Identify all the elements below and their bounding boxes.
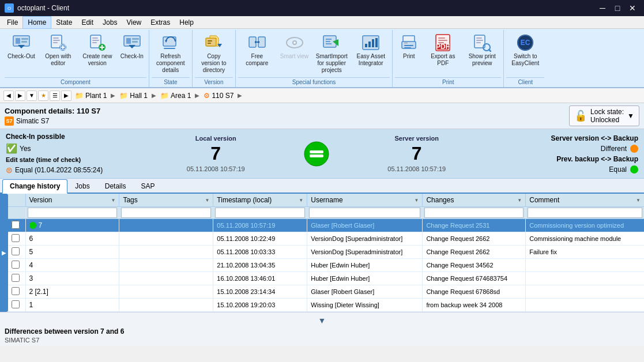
ribbon-buttons-print: Print PDF Export as PDF Show print previ… [395, 30, 501, 77]
svg-rect-60 [438, 37, 445, 39]
row-checkbox[interactable] [12, 287, 20, 295]
svg-rect-15 [92, 37, 98, 39]
minimize-button[interactable]: ─ [596, 2, 609, 14]
show-print-preview-button[interactable]: Show print preview [463, 31, 501, 69]
svg-rect-22 [126, 38, 131, 44]
diff-component-label: SIMATIC S7 [5, 337, 639, 344]
menu-view[interactable]: View [122, 16, 146, 29]
tab-change-history[interactable]: Change history [2, 179, 67, 194]
menu-file[interactable]: File [2, 16, 22, 29]
th-changes: Changes▼ [423, 194, 526, 207]
filter-version-input[interactable] [28, 208, 118, 218]
menu-help[interactable]: Help [175, 16, 198, 29]
row-username-cell: Wissing [Dieter Wissing] [307, 299, 423, 312]
free-compare-button[interactable]: Free compare [238, 31, 276, 69]
side-panel-arrow[interactable]: ▶ [0, 194, 8, 312]
table-row[interactable]: 705.11.2008 10:57:19Glaser [Robert Glase… [8, 219, 644, 232]
tab-sap[interactable]: SAP [133, 179, 162, 193]
ribbon-group-print-label: Print [395, 77, 501, 87]
check-in-button[interactable]: Check-In [118, 31, 146, 62]
row-timestamp-cell: 15.10.2008 19:20:03 [213, 299, 307, 312]
lock-state-value: Unlocked [590, 116, 624, 124]
copy-version-button[interactable]: Copy version to directory [195, 31, 233, 76]
tab-jobs[interactable]: Jobs [67, 179, 97, 193]
server-backup-row: Server version <-> Backup [551, 134, 638, 142]
breadcrumb-110s7[interactable]: ⚙ 110 S7 [201, 91, 236, 100]
row-checkbox[interactable] [12, 274, 20, 282]
export-pdf-button[interactable]: PDF Export as PDF [424, 31, 462, 69]
server-version-number: 7 [412, 143, 422, 164]
filter-comment-input[interactable] [528, 208, 642, 218]
show-print-preview-label: Show print preview [466, 53, 498, 67]
row-checkbox[interactable] [12, 234, 20, 242]
maximize-button[interactable]: □ [611, 2, 624, 14]
filter-version-cell [25, 207, 119, 219]
row-username-cell: Glaser [Robert Glaser] [307, 285, 423, 299]
smart-view-button[interactable]: Smart view [277, 31, 311, 62]
open-with-editor-button[interactable]: Open with editor [39, 31, 77, 69]
filter-tags-input[interactable] [121, 208, 211, 218]
create-new-version-icon [88, 33, 107, 52]
breadcrumb-hall1[interactable]: 📁 Hall 1 [117, 91, 150, 100]
prev-backup-value-row: Equal [609, 165, 638, 174]
breadcrumb-plant1-label: Plant 1 [85, 92, 107, 100]
breadcrumb-star-button[interactable]: ★ [38, 90, 48, 101]
svg-text:PDF: PDF [436, 43, 450, 51]
breadcrumb-nav2-button[interactable]: ▶ [61, 90, 71, 101]
menu-jobs[interactable]: Jobs [98, 16, 122, 29]
breadcrumb-arrow4: ▶ [238, 92, 242, 99]
row-checkbox-cell [8, 272, 25, 285]
row-checkbox-cell [8, 299, 25, 312]
local-version-block: Local version 7 05.11.2008 10:57:19 [133, 133, 299, 175]
row-version-label: 7 [39, 221, 43, 229]
close-button[interactable]: ✕ [626, 2, 639, 14]
expand-button[interactable]: ▼ [318, 316, 326, 325]
breadcrumb-back-button[interactable]: ◀ [3, 90, 14, 101]
smartimport-button[interactable]: SmartImport for supplier projects [312, 31, 351, 76]
component-type-label: Simatic S7 [16, 117, 49, 125]
refresh-button[interactable]: Refresh component details [152, 31, 190, 76]
svg-rect-2 [21, 38, 28, 40]
svg-rect-1 [16, 38, 20, 44]
table-row[interactable]: 115.10.2008 19:20:03Wissing [Dieter Wiss… [8, 299, 644, 312]
row-username-cell: Glaser [Robert Glaser] [307, 219, 423, 232]
row-checkbox[interactable] [12, 261, 20, 269]
breadcrumb-plant1[interactable]: 📁 Plant 1 [73, 91, 109, 100]
check-in-label: Check-In [120, 53, 144, 60]
easy-asset-button[interactable]: Easy Asset Integrator [352, 31, 390, 69]
table-row[interactable]: 2 [2.1]15.10.2008 23:14:34Glaser [Robert… [8, 285, 644, 299]
check-out-button[interactable]: Check-Out [5, 31, 38, 62]
menu-home[interactable]: Home [22, 16, 51, 29]
breadcrumb-area1[interactable]: 📁 Area 1 [158, 91, 193, 100]
menu-edit[interactable]: Edit [77, 16, 98, 29]
table-row[interactable]: 505.11.2008 10:03:33VersionDog [Superadm… [8, 246, 644, 259]
row-checkbox[interactable] [12, 221, 20, 229]
lock-state-dropdown-icon[interactable]: ▼ [627, 112, 634, 120]
checkin-yes-icon: ✅ [6, 143, 17, 154]
table-row[interactable]: 316.10.2008 13:46:01Huber [Edwin Huber]C… [8, 272, 644, 285]
ribbon-group-version: Copy version to directory Version [193, 30, 236, 87]
breadcrumb-forward-button[interactable]: ▶ [15, 90, 25, 101]
tab-details[interactable]: Details [97, 179, 134, 193]
th-comment: Comment▼ [526, 194, 644, 207]
filter-timestamp-input[interactable] [215, 208, 305, 218]
create-new-version-button[interactable]: Create new version [78, 31, 116, 69]
table-row[interactable]: 421.10.2008 13:04:35Huber [Edwin Huber]C… [8, 259, 644, 272]
svg-rect-48 [365, 44, 367, 47]
menu-extras[interactable]: Extras [146, 16, 175, 29]
check-in-icon [123, 33, 141, 52]
lock-icon: 🔓 [574, 110, 587, 122]
row-version-label: 6 [29, 235, 33, 243]
table-row[interactable]: 605.11.2008 10:22:49VersionDog [Superadm… [8, 232, 644, 246]
prev-backup-label: Prev. backup <-> Backup [556, 155, 638, 163]
switch-easy-client-button[interactable]: EC Switch to EasyClient [506, 31, 544, 69]
filter-changes-input[interactable] [424, 208, 524, 218]
row-checkbox[interactable] [12, 300, 20, 308]
breadcrumb-list-button[interactable]: ☰ [50, 90, 60, 101]
row-checkbox[interactable] [12, 247, 20, 255]
menu-state[interactable]: State [51, 16, 77, 29]
filter-username-input[interactable] [309, 208, 420, 218]
print-button[interactable]: Print [395, 31, 423, 62]
svg-rect-66 [476, 42, 481, 43]
breadcrumb-down-button[interactable]: ▼ [27, 90, 37, 101]
